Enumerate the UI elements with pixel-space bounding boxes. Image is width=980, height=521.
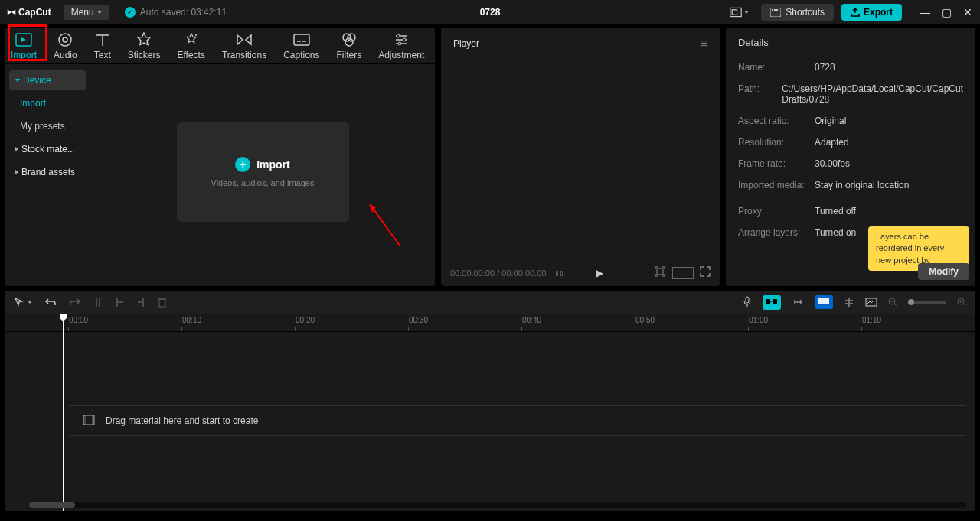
fullscreen-icon[interactable] <box>700 266 710 279</box>
tab-transitions[interactable]: Transitions <box>222 31 266 60</box>
sidebar-item-presets[interactable]: My presets <box>9 116 86 136</box>
annotation-arrow <box>362 200 408 254</box>
tab-text[interactable]: Text <box>94 31 111 60</box>
tab-filters[interactable]: Filters <box>337 31 362 60</box>
detail-label: Imported media: <box>738 180 815 190</box>
tab-label: Transitions <box>222 50 266 60</box>
detail-label: Aspect ratio: <box>738 116 815 126</box>
trim-right-button[interactable] <box>136 297 145 308</box>
zoom-slider[interactable] <box>908 301 946 304</box>
svg-point-7 <box>59 34 71 46</box>
detail-label: Frame rate: <box>738 158 815 169</box>
audio-icon <box>57 31 73 48</box>
sidebar-item-brand[interactable]: Brand assets <box>9 162 86 182</box>
zoom-out-button[interactable] <box>888 298 897 307</box>
captions-icon <box>293 31 310 48</box>
svg-marker-18 <box>370 204 376 213</box>
tab-effects[interactable]: Effects <box>177 31 204 60</box>
svg-rect-10 <box>294 34 309 45</box>
sidebar-label: Brand assets <box>21 167 75 177</box>
close-button[interactable]: ✕ <box>962 6 974 18</box>
ratio-display[interactable] <box>672 267 694 279</box>
tab-captions[interactable]: Captions <box>283 31 319 60</box>
tab-label: Captions <box>283 50 319 60</box>
svg-point-13 <box>345 38 353 46</box>
mic-button[interactable] <box>743 296 752 308</box>
tab-adjustment[interactable]: Adjustment <box>378 31 424 60</box>
sidebar-label: Import <box>20 98 46 109</box>
sidebar-label: Device <box>23 75 51 86</box>
player-title: Player <box>453 38 479 49</box>
sidebar-label: Stock mate... <box>21 144 75 155</box>
player-panel: Player ≡ 00:00:00:00 / 00:00:00:00 ⫾⫾ ▶ <box>441 28 720 286</box>
main-track[interactable]: Drag material here and start to create <box>69 405 966 436</box>
svg-point-15 <box>403 38 406 41</box>
detail-label: Name: <box>738 62 815 73</box>
ruler-tick: 00:10 <box>182 316 201 324</box>
delete-button[interactable] <box>158 297 167 308</box>
chevron-right-icon <box>15 147 18 151</box>
audio-wave-icon[interactable]: ⫾⫾ <box>555 268 564 278</box>
timeline-toolbar <box>5 291 975 314</box>
ruler-tick: 00:00 <box>69 316 88 324</box>
aspect-ratio-button[interactable] <box>725 5 753 20</box>
play-button[interactable]: ▶ <box>596 268 603 278</box>
svg-rect-24 <box>818 298 829 304</box>
modify-button[interactable]: Modify <box>918 263 969 280</box>
detail-label: Resolution: <box>738 137 815 148</box>
export-icon <box>851 8 860 17</box>
import-dropzone[interactable]: + Import Videos, audios, and images <box>177 122 349 222</box>
redo-button[interactable] <box>69 297 81 308</box>
undo-button[interactable] <box>44 297 57 308</box>
svg-rect-29 <box>83 415 86 425</box>
timeline-scrollbar[interactable] <box>29 502 966 508</box>
sidebar-item-device[interactable]: Device <box>9 70 86 90</box>
detail-value: C:/Users/HP/AppData/Local/CapCut/CapCut … <box>782 83 963 105</box>
keyboard-icon <box>770 8 781 17</box>
autosave-status: ✓ Auto saved: 03:42:11 <box>125 7 227 18</box>
ruler-tick: 00:50 <box>635 316 655 324</box>
split-button[interactable] <box>93 297 103 308</box>
ruler-tick: 00:40 <box>522 316 541 324</box>
timeline[interactable]: 00:00 00:10 00:20 00:30 00:40 00:50 01:0… <box>5 314 975 511</box>
sidebar-item-import[interactable]: Import <box>9 93 86 113</box>
import-title: Import <box>256 158 290 171</box>
shortcuts-button[interactable]: Shortcuts <box>761 4 834 21</box>
detail-value: Turned off <box>815 206 963 217</box>
cover-button[interactable] <box>865 298 877 307</box>
svg-point-12 <box>348 34 355 41</box>
detail-value: Original <box>815 116 963 126</box>
tab-import[interactable]: Import <box>11 31 37 60</box>
minimize-button[interactable]: — <box>919 6 931 18</box>
zoom-in-button[interactable] <box>957 298 966 307</box>
text-icon <box>95 31 110 48</box>
trim-left-button[interactable] <box>115 297 124 308</box>
link-toggle[interactable] <box>792 298 804 307</box>
details-title: Details <box>738 37 963 48</box>
scale-icon[interactable] <box>654 265 666 280</box>
export-button[interactable]: Export <box>841 4 902 21</box>
tab-label: Text <box>94 50 111 60</box>
tab-stickers[interactable]: Stickers <box>128 31 161 60</box>
scrollbar-thumb[interactable] <box>29 502 75 508</box>
project-title[interactable]: 0728 <box>480 7 501 18</box>
svg-rect-25 <box>866 298 877 306</box>
sidebar-item-stock[interactable]: Stock mate... <box>9 139 86 159</box>
selection-tool[interactable] <box>14 297 32 308</box>
align-toggle[interactable] <box>844 297 854 308</box>
player-menu-icon[interactable]: ≡ <box>701 37 707 50</box>
menu-button[interactable]: Menu <box>64 5 109 20</box>
chevron-down-icon <box>28 301 32 304</box>
svg-rect-5 <box>776 9 778 11</box>
maximize-button[interactable]: ▢ <box>940 6 952 18</box>
tab-audio[interactable]: Audio <box>54 31 77 60</box>
snap-toggle[interactable] <box>763 295 781 310</box>
capcut-icon <box>6 7 17 18</box>
timeline-ruler[interactable]: 00:00 00:10 00:20 00:30 00:40 00:50 01:0… <box>5 314 975 332</box>
playhead[interactable] <box>63 314 64 511</box>
preview-toggle[interactable] <box>815 295 833 309</box>
svg-line-17 <box>370 204 400 246</box>
export-label: Export <box>864 7 893 18</box>
adjustment-icon <box>394 31 409 48</box>
svg-rect-22 <box>766 299 770 304</box>
